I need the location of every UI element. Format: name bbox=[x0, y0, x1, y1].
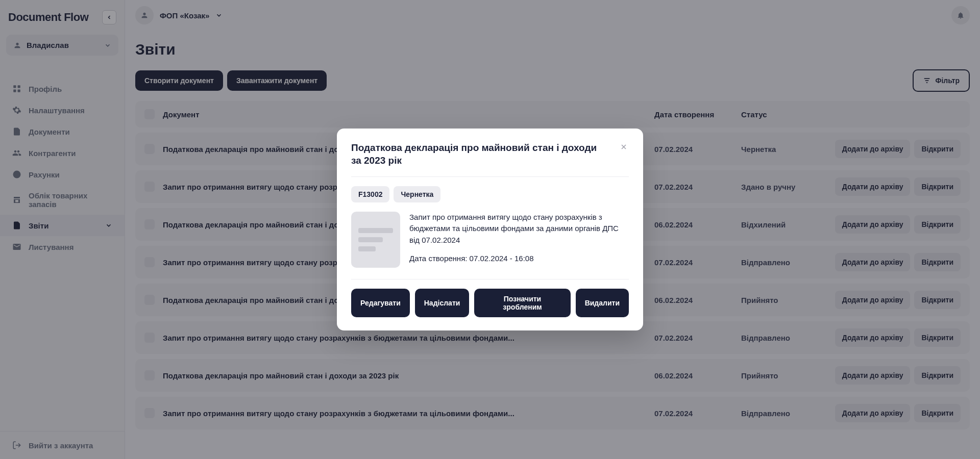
document-modal: Податкова декларація про майновий стан і… bbox=[337, 129, 643, 330]
document-thumbnail bbox=[351, 212, 400, 268]
modal-close-button[interactable] bbox=[619, 142, 629, 152]
close-icon bbox=[620, 143, 628, 151]
modal-created: Дата створення: 07.02.2024 - 16:08 bbox=[409, 253, 629, 265]
modal-send-button[interactable]: Надіслати bbox=[415, 289, 470, 317]
modal-description: Запит про отримання витягу щодо стану ро… bbox=[409, 212, 629, 246]
modal-status-tag: Чернетка bbox=[394, 186, 440, 202]
modal-edit-button[interactable]: Редагувати bbox=[351, 289, 410, 317]
modal-code-tag: F13002 bbox=[351, 186, 389, 202]
modal-title: Податкова декларація про майновий стан і… bbox=[351, 142, 608, 167]
modal-mark-done-button[interactable]: Позначити зробленим bbox=[474, 289, 570, 317]
modal-delete-button[interactable]: Видалити bbox=[576, 289, 629, 317]
modal-overlay[interactable]: Податкова декларація про майновий стан і… bbox=[0, 0, 980, 459]
